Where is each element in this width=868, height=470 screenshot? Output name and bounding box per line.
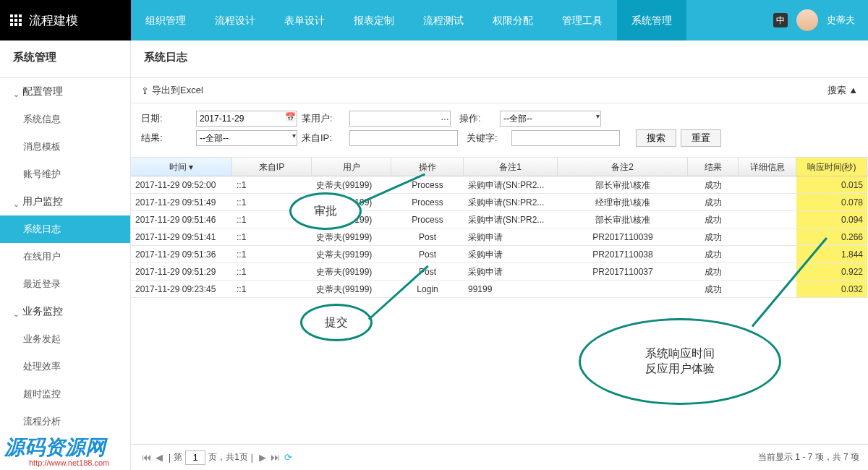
brand-label: 流程建模 xyxy=(29,12,78,29)
search-toggle[interactable]: 搜索 ▲ xyxy=(827,84,858,97)
user-input[interactable] xyxy=(349,111,451,127)
column-header[interactable]: 详细信息 xyxy=(739,158,796,176)
reset-button[interactable]: 重置 xyxy=(681,129,721,147)
export-icon: ⇪ xyxy=(141,85,149,96)
last-page-button[interactable]: ⏭ xyxy=(269,451,282,464)
table-row[interactable]: 2017-11-29 09:23:45::1史蒂夫(99199)Login991… xyxy=(131,281,868,298)
page-title: 系统日志 xyxy=(131,40,868,78)
nav-tabs: 组织管理流程设计表单设计报表定制流程测试权限分配管理工具系统管理 xyxy=(131,0,773,40)
table-row[interactable]: 2017-11-29 09:52:00::1史蒂夫(99199)Process采… xyxy=(131,176,868,194)
table-row[interactable]: 2017-11-29 09:51:46::1史蒂夫(99199)Process采… xyxy=(131,211,868,228)
apps-icon[interactable] xyxy=(10,14,22,26)
sidebar-item[interactable]: 最近登录 xyxy=(0,270,130,298)
date-input[interactable] xyxy=(196,111,297,127)
export-excel-button[interactable]: ⇪ 导出到Excel xyxy=(141,84,203,97)
ip-label: 来自IP: xyxy=(302,132,345,145)
nav-right: 中 史蒂夫 xyxy=(773,9,868,31)
page-input[interactable] xyxy=(185,450,205,465)
column-header[interactable]: 用户 xyxy=(312,158,391,176)
sidebar-item[interactable]: 系统日志 xyxy=(0,215,130,243)
sidebar-item[interactable]: 业务发起 xyxy=(0,325,130,353)
action-select[interactable] xyxy=(500,111,601,127)
keyword-input[interactable] xyxy=(511,130,620,146)
sidebar-item[interactable]: 消息模板 xyxy=(0,133,130,161)
brand: 流程建模 xyxy=(0,0,131,40)
sidebar-group[interactable]: 配置管理 xyxy=(0,78,130,106)
toolbar: ⇪ 导出到Excel 搜索 ▲ xyxy=(131,78,868,103)
table-row[interactable]: 2017-11-29 09:51:41::1史蒂夫(99199)Post采购申请… xyxy=(131,228,868,246)
nav-tab[interactable]: 报表定制 xyxy=(339,0,409,40)
sidebar-group[interactable]: 用户监控 xyxy=(0,188,130,215)
search-button[interactable]: 搜索 xyxy=(636,129,676,147)
refresh-button[interactable]: ⟳ xyxy=(282,451,295,464)
nav-tab[interactable]: 系统管理 xyxy=(617,0,686,40)
result-select[interactable] xyxy=(196,130,297,146)
first-page-button[interactable]: ⏮ xyxy=(140,451,153,464)
action-label: 操作: xyxy=(459,112,495,125)
column-header[interactable]: 时间 ▾ xyxy=(131,158,232,176)
column-header[interactable]: 操作 xyxy=(391,158,464,176)
content: 系统日志 ⇪ 导出到Excel 搜索 ▲ 日期: 📅 某用户: … 操作: ▾ … xyxy=(131,40,868,470)
keyword-label: 关键字: xyxy=(467,132,507,145)
top-nav: 流程建模 组织管理流程设计表单设计报表定制流程测试权限分配管理工具系统管理 中 … xyxy=(0,0,868,40)
pager-summary: 当前显示 1 - 7 项，共 7 项 xyxy=(758,451,859,463)
sidebar-group[interactable]: 业务监控 xyxy=(0,298,130,325)
column-header[interactable]: 来自IP xyxy=(232,158,312,176)
sidebar: 系统管理 配置管理系统信息消息模板账号维护用户监控系统日志在线用户最近登录业务监… xyxy=(0,40,131,470)
log-grid: 时间 ▾来自IP用户操作备注1备注2结果详细信息响应时间(秒) 2017-11-… xyxy=(131,158,868,437)
sidebar-item[interactable]: 处理效率 xyxy=(0,353,130,380)
sidebar-item[interactable]: 超时监控 xyxy=(0,380,130,408)
sidebar-item[interactable]: 系统信息 xyxy=(0,106,130,133)
column-header[interactable]: 备注1 xyxy=(464,158,558,176)
filter-panel: 日期: 📅 某用户: … 操作: ▾ 结果: ▾ 来自IP: 关键字: 搜索 重… xyxy=(131,103,868,158)
column-header[interactable]: 结果 xyxy=(688,158,739,176)
nav-tab[interactable]: 权限分配 xyxy=(478,0,548,40)
username-label[interactable]: 史蒂夫 xyxy=(827,14,855,27)
table-row[interactable]: 2017-11-29 09:51:29::1史蒂夫(99199)Post采购申请… xyxy=(131,263,868,281)
nav-tab[interactable]: 流程设计 xyxy=(200,0,270,40)
nav-tab[interactable]: 流程测试 xyxy=(409,0,478,40)
result-label: 结果: xyxy=(141,132,192,145)
language-badge[interactable]: 中 xyxy=(773,13,788,27)
sidebar-title: 系统管理 xyxy=(0,40,130,78)
sidebar-item[interactable]: 账号维护 xyxy=(0,161,130,188)
ip-input[interactable] xyxy=(349,130,458,146)
nav-tab[interactable]: 表单设计 xyxy=(270,0,339,40)
prev-page-button[interactable]: ◀ xyxy=(153,451,166,464)
nav-tab[interactable]: 组织管理 xyxy=(131,0,200,40)
avatar[interactable] xyxy=(796,9,818,31)
sidebar-item[interactable]: 流程分析 xyxy=(0,408,130,435)
date-label: 日期: xyxy=(141,112,192,125)
user-label: 某用户: xyxy=(302,112,345,125)
pager: ⏮ ◀ | 第 页，共1页 | ▶ ⏭ ⟳ 当前显示 1 - 7 项，共 7 项 xyxy=(131,444,868,470)
column-header[interactable]: 备注2 xyxy=(558,158,688,176)
nav-tab[interactable]: 管理工具 xyxy=(548,0,617,40)
sidebar-item[interactable]: 在线用户 xyxy=(0,243,130,270)
table-row[interactable]: 2017-11-29 09:51:49::1史蒂夫(99199)Process采… xyxy=(131,194,868,211)
grid-header: 时间 ▾来自IP用户操作备注1备注2结果详细信息响应时间(秒) xyxy=(131,158,868,176)
table-row[interactable]: 2017-11-29 09:51:36::1史蒂夫(99199)Post采购申请… xyxy=(131,246,868,263)
next-page-button[interactable]: ▶ xyxy=(256,451,269,464)
column-header[interactable]: 响应时间(秒) xyxy=(796,158,867,176)
